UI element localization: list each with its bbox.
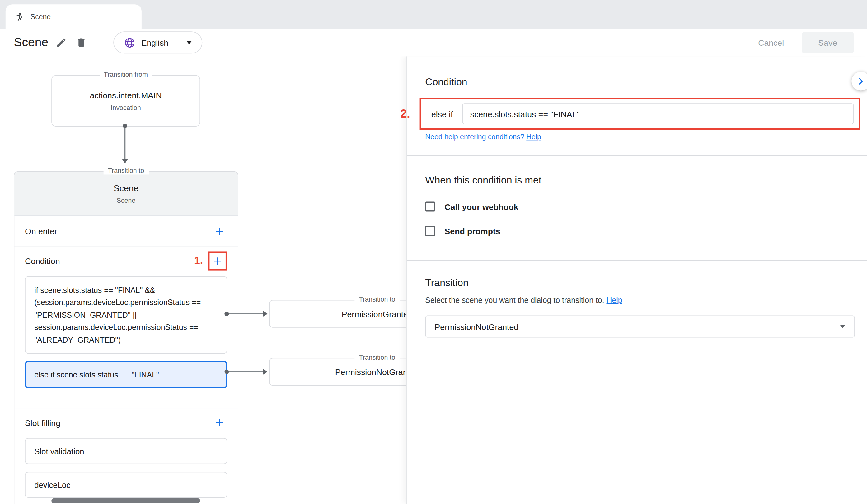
else-if-label: else if <box>426 109 462 119</box>
globe-icon <box>124 37 136 48</box>
condition-section: Condition 1. + <box>14 246 238 275</box>
transition-from-box[interactable]: Transition from actions.intent.MAIN Invo… <box>51 75 200 127</box>
connector-dot <box>224 370 229 374</box>
target-legend: Transition to <box>354 353 399 361</box>
main-area: Transition from actions.intent.MAIN Invo… <box>0 56 867 504</box>
actions-console-app: Scene Scene <box>0 0 867 504</box>
language-value: English <box>141 38 168 47</box>
scene-card-legend: Transition to <box>104 167 149 175</box>
scene-node-title: Scene <box>114 183 139 193</box>
annotation-step-2: 2. <box>400 107 410 121</box>
slot-card[interactable]: deviceLoc <box>25 472 227 498</box>
add-condition-button[interactable]: + <box>210 253 225 269</box>
delete-scene-button[interactable] <box>72 33 92 53</box>
slot-card[interactable]: Slot validation <box>25 438 227 464</box>
chevron-right-icon <box>856 76 867 87</box>
add-on-enter-button[interactable]: + <box>212 223 227 239</box>
connector-line <box>229 313 263 314</box>
target-name: PermissionGranted <box>342 309 413 318</box>
pencil-icon <box>56 37 67 48</box>
connector-line <box>229 371 263 372</box>
page-title: Scene <box>14 35 48 50</box>
condition-section-label: Condition <box>25 256 60 265</box>
chevron-down-icon <box>840 325 846 328</box>
condition-help-line: Need help entering conditions? Help <box>425 132 855 141</box>
slot-filling-section: Slot filling + <box>14 408 238 437</box>
condition-help-text: Need help entering conditions? <box>425 132 524 141</box>
send-prompts-checkbox[interactable] <box>425 226 435 236</box>
transition-from-legend: Transition from <box>99 70 152 78</box>
panel-divider <box>407 260 867 261</box>
condition-editor-panel: Condition 2. else if Need help entering … <box>406 56 867 504</box>
intent-subtitle: Invocation <box>111 103 141 111</box>
condition-card-list: if scene.slots.status == "FINAL" && (ses… <box>14 275 238 388</box>
transition-hint: Select the scene you want the dialog to … <box>425 296 855 304</box>
scene-node-subtitle: Scene <box>117 197 135 204</box>
language-selector[interactable]: English <box>114 31 202 54</box>
add-slot-button[interactable]: + <box>212 415 227 431</box>
transition-heading: Transition <box>425 277 855 289</box>
transition-hint-text: Select the scene you want the dialog to … <box>425 296 604 304</box>
save-button[interactable]: Save <box>802 32 854 53</box>
send-prompts-row[interactable]: Send prompts <box>425 226 855 236</box>
scene-card-header: Scene Scene <box>14 172 238 216</box>
call-webhook-label: Call your webhook <box>445 202 518 211</box>
intent-name: actions.intent.MAIN <box>90 90 162 100</box>
transition-scene-value: PermissionNotGranted <box>435 322 840 331</box>
arrow-right-icon <box>263 311 268 317</box>
condition-help-link[interactable]: Help <box>526 132 541 141</box>
arrow-right-icon <box>263 369 268 375</box>
call-webhook-row[interactable]: Call your webhook <box>425 202 855 212</box>
slot-filling-label: Slot filling <box>25 418 60 428</box>
actions-person-icon <box>14 12 24 21</box>
canvas-horizontal-scrollbar[interactable] <box>51 498 200 503</box>
section-gap <box>14 396 238 408</box>
call-webhook-checkbox[interactable] <box>425 202 435 212</box>
connector-line <box>125 128 126 159</box>
chevron-down-icon <box>186 41 192 44</box>
scene-node-card: Transition to Scene Scene On enter + Con… <box>14 171 238 504</box>
transition-help-link[interactable]: Help <box>607 296 622 304</box>
condition-heading: Condition <box>425 76 855 88</box>
condition-expression-input[interactable] <box>462 103 854 124</box>
annotation-highlight-1: + <box>208 251 227 271</box>
edit-scene-button[interactable] <box>52 33 72 53</box>
browser-tab-scene[interactable]: Scene <box>6 4 142 29</box>
browser-tabstrip: Scene <box>0 0 867 29</box>
connector-dot <box>224 311 229 316</box>
trash-icon <box>76 37 87 48</box>
condition-card-selected[interactable]: else if scene.slots.status == "FINAL" <box>25 361 227 388</box>
on-enter-label: On enter <box>25 226 57 236</box>
panel-divider <box>407 155 867 156</box>
send-prompts-label: Send prompts <box>445 226 500 236</box>
condition-card[interactable]: if scene.slots.status == "FINAL" && (ses… <box>25 276 227 353</box>
target-legend: Transition to <box>354 296 399 304</box>
connector-dot <box>122 124 127 128</box>
annotation-highlight-2: 2. else if <box>420 98 860 130</box>
annotation-step-1: 1. <box>194 255 203 267</box>
cancel-button[interactable]: Cancel <box>748 32 794 53</box>
scene-toolbar: Scene English <box>0 29 867 56</box>
tab-title: Scene <box>31 12 51 21</box>
arrow-down-icon <box>122 159 128 164</box>
transition-scene-select[interactable]: PermissionNotGranted <box>425 316 855 338</box>
when-met-heading: When this condition is met <box>425 174 855 186</box>
on-enter-section: On enter + <box>14 216 238 246</box>
slot-card-list: Slot validation deviceLoc <box>14 437 238 498</box>
